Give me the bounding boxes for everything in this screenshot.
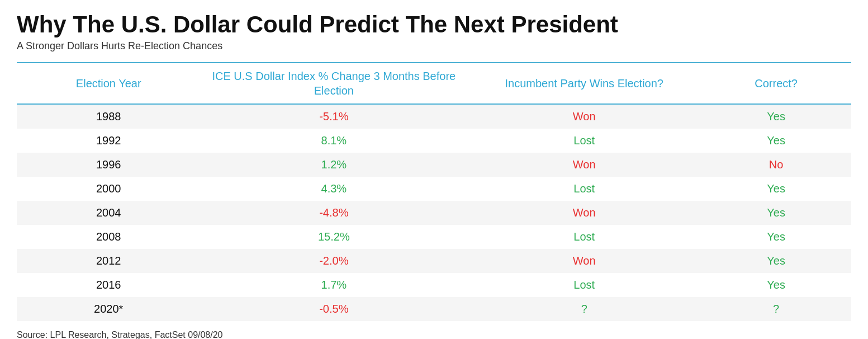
main-title: Why The U.S. Dollar Could Predict The Ne… — [17, 11, 851, 38]
cell-correct: Yes — [701, 249, 851, 273]
footer: Source: LPL Research, Strategas, FactSet… — [17, 328, 851, 339]
table-row: 20004.3%LostYes — [17, 177, 851, 201]
cell-ice: 15.2% — [200, 225, 467, 249]
cell-correct: No — [701, 153, 851, 177]
data-table: Election Year ICE U.S Dollar Index % Cha… — [17, 62, 851, 321]
cell-year: 1992 — [17, 129, 200, 153]
cell-correct: Yes — [701, 129, 851, 153]
cell-correct: Yes — [701, 225, 851, 249]
header-ice: ICE U.S Dollar Index % Change 3 Months B… — [200, 63, 467, 104]
cell-incumbent: Won — [467, 249, 701, 273]
header-incumbent: Incumbent Party Wins Election? — [467, 63, 701, 104]
table-row: 1988-5.1%WonYes — [17, 104, 851, 129]
table-row: 19928.1%LostYes — [17, 129, 851, 153]
cell-year: 2012 — [17, 249, 200, 273]
subtitle: A Stronger Dollars Hurts Re-Election Cha… — [17, 40, 851, 52]
cell-year: 2000 — [17, 177, 200, 201]
cell-incumbent: Won — [467, 201, 701, 225]
cell-correct: Yes — [701, 273, 851, 297]
cell-incumbent: Lost — [467, 177, 701, 201]
table-row: 20161.7%LostYes — [17, 273, 851, 297]
header-year: Election Year — [17, 63, 200, 104]
cell-correct: Yes — [701, 201, 851, 225]
cell-year: 1996 — [17, 153, 200, 177]
cell-ice: -4.8% — [200, 201, 467, 225]
cell-incumbent: Lost — [467, 225, 701, 249]
cell-ice: 1.2% — [200, 153, 467, 177]
cell-year: 2016 — [17, 273, 200, 297]
table-row: 2004-4.8%WonYes — [17, 201, 851, 225]
table-row: 2012-2.0%WonYes — [17, 249, 851, 273]
table-row: 200815.2%LostYes — [17, 225, 851, 249]
cell-incumbent: Won — [467, 153, 701, 177]
cell-incumbent: Lost — [467, 273, 701, 297]
cell-year: 2008 — [17, 225, 200, 249]
cell-ice: 1.7% — [200, 273, 467, 297]
cell-incumbent: ? — [467, 297, 701, 321]
table-row: 19961.2%WonNo — [17, 153, 851, 177]
header-correct: Correct? — [701, 63, 851, 104]
cell-year: 2020* — [17, 297, 200, 321]
footer-line1: Source: LPL Research, Strategas, FactSet… — [17, 328, 851, 339]
cell-correct: ? — [701, 297, 851, 321]
cell-ice: -5.1% — [200, 104, 467, 129]
cell-incumbent: Lost — [467, 129, 701, 153]
cell-correct: Yes — [701, 177, 851, 201]
cell-incumbent: Won — [467, 104, 701, 129]
cell-year: 1988 — [17, 104, 200, 129]
cell-year: 2004 — [17, 201, 200, 225]
cell-ice: 8.1% — [200, 129, 467, 153]
table-row: 2020*-0.5%?? — [17, 297, 851, 321]
cell-ice: -0.5% — [200, 297, 467, 321]
cell-ice: 4.3% — [200, 177, 467, 201]
cell-correct: Yes — [701, 104, 851, 129]
cell-ice: -2.0% — [200, 249, 467, 273]
